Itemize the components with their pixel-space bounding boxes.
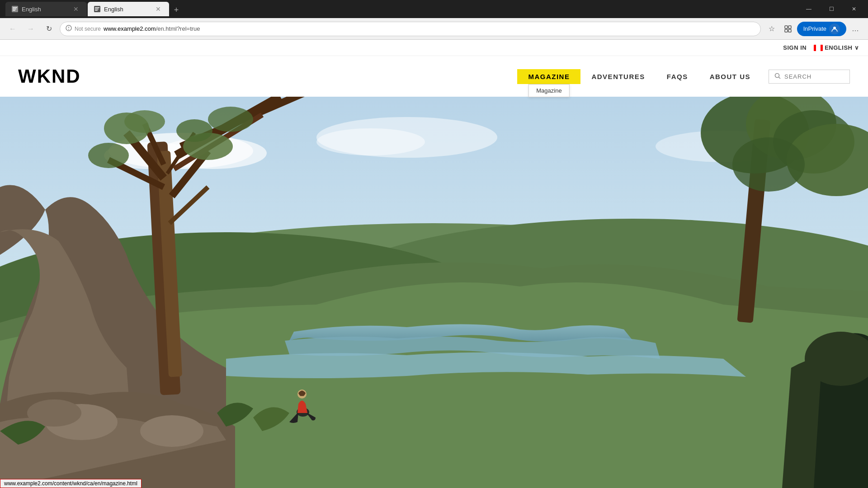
url-bar[interactable]: Not secure www.example2.com/en.html?rel=… (60, 22, 761, 36)
tab-favicon-2 (94, 6, 100, 12)
site-logo[interactable]: WKND (18, 66, 81, 87)
search-box[interactable] (769, 70, 850, 84)
svg-rect-7 (95, 10, 98, 11)
not-secure-label: Not secure (75, 26, 101, 32)
nav-item-adventures[interactable]: ADVENTURES (580, 69, 656, 84)
status-url: www.example2.com/content/wknd/ca/en/maga… (4, 480, 137, 487)
svg-point-50 (732, 137, 805, 192)
nav-item-about[interactable]: ABOUT US (699, 69, 761, 84)
address-bar: ← → ↻ Not secure www.example2.com/en.htm… (0, 18, 868, 40)
svg-rect-12 (788, 26, 791, 28)
nav-item-magazine[interactable]: MAGAZINE (517, 69, 580, 84)
browser-tab-1[interactable]: English ✕ (5, 2, 87, 16)
close-button[interactable]: ✕ (844, 2, 864, 16)
search-input[interactable] (784, 73, 839, 80)
title-bar: English ✕ English ✕ + — ☐ ✕ (0, 0, 868, 18)
window-controls: — ☐ ✕ (798, 2, 864, 16)
svg-point-42 (176, 119, 212, 142)
canada-flag-icon (814, 45, 823, 51)
svg-rect-13 (785, 29, 788, 32)
sign-in-link[interactable]: SIGN IN (783, 44, 807, 51)
tab-bar: English ✕ English ✕ + (5, 2, 798, 16)
svg-point-16 (775, 73, 779, 77)
svg-rect-14 (788, 29, 791, 32)
browser-tab-2[interactable]: English ✕ (88, 2, 169, 16)
collections-icon[interactable] (781, 22, 795, 36)
website-content: SIGN IN ENGLISH ∨ WKND MAGAZINE Magazine… (0, 40, 868, 488)
magazine-dropdown[interactable]: Magazine (528, 84, 569, 97)
search-icon (774, 73, 781, 80)
url-path: /en.html?rel=true (156, 25, 200, 32)
svg-line-17 (779, 77, 781, 79)
language-arrow-icon: ∨ (854, 44, 859, 51)
refresh-button[interactable]: ↻ (42, 22, 56, 36)
svg-point-43 (208, 107, 253, 132)
svg-rect-11 (785, 26, 788, 28)
browser-chrome: English ✕ English ✕ + — ☐ ✕ (0, 0, 868, 40)
tab-favicon-1 (12, 6, 18, 12)
tab-label-2: English (104, 6, 150, 13)
url-domain: www.example2.com (104, 25, 156, 32)
site-topbar: SIGN IN ENGLISH ∨ (0, 40, 868, 56)
svg-rect-6 (95, 9, 99, 9)
svg-point-10 (68, 29, 69, 30)
status-bar: www.example2.com/content/wknd/ca/en/maga… (0, 479, 142, 488)
tab-label-1: English (22, 6, 68, 13)
svg-rect-3 (13, 10, 15, 11)
more-button[interactable]: … (848, 22, 863, 36)
hero-section (0, 97, 868, 488)
svg-point-53 (140, 415, 203, 447)
profile-avatar (829, 23, 840, 34)
svg-point-23 (316, 128, 425, 155)
language-selector[interactable]: ENGLISH ∨ (814, 44, 859, 51)
forward-button[interactable]: → (24, 22, 38, 36)
hero-image (0, 97, 868, 488)
favorites-icon[interactable]: ☆ (764, 22, 779, 36)
svg-point-40 (88, 143, 129, 168)
tab-close-1[interactable]: ✕ (71, 5, 80, 14)
new-tab-button[interactable]: + (170, 4, 183, 16)
minimize-button[interactable]: — (798, 2, 819, 16)
back-button[interactable]: ← (5, 22, 20, 36)
inprivate-button[interactable]: InPrivate (797, 22, 846, 36)
nav-item-faqs[interactable]: FAQS (656, 69, 699, 84)
url-text: www.example2.com/en.html?rel=true (104, 25, 755, 32)
site-header: WKND MAGAZINE Magazine ADVENTURES FAQS A… (0, 56, 868, 97)
language-label: ENGLISH (825, 44, 852, 51)
nav-magazine-wrapper: MAGAZINE Magazine (517, 69, 580, 84)
svg-point-44 (124, 110, 165, 133)
tab-close-2[interactable]: ✕ (154, 5, 163, 14)
svg-rect-1 (13, 7, 17, 8)
svg-rect-5 (95, 7, 99, 8)
security-indicator (66, 25, 72, 33)
address-actions: ☆ InPrivate … (764, 22, 863, 36)
svg-rect-2 (13, 9, 16, 9)
site-nav: MAGAZINE Magazine ADVENTURES FAQS ABOUT … (517, 69, 850, 84)
maximize-button[interactable]: ☐ (821, 2, 842, 16)
